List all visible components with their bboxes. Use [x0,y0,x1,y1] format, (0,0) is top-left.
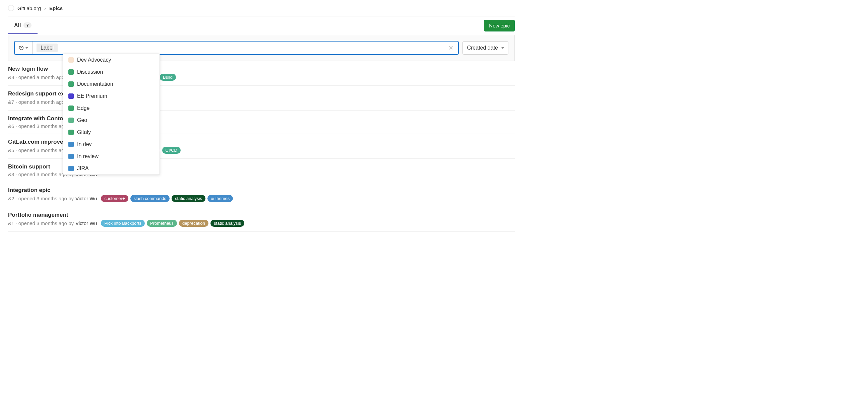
dropdown-item[interactable]: Discussion [63,66,159,78]
new-epic-button[interactable]: New epic [484,20,515,31]
label-pill[interactable]: CI/CD [162,147,181,154]
dropdown-item[interactable]: JIRA [63,162,159,174]
dropdown-item[interactable]: Edge [63,102,159,114]
epic-title[interactable]: Integration epic [8,187,515,194]
sort-label: Created date [467,45,498,51]
clear-filter-button[interactable]: ✕ [444,44,458,52]
label-pill[interactable]: Prometheus [147,220,177,227]
dropdown-item-label: In dev [77,141,92,148]
filter-input[interactable] [58,41,444,54]
epic-author[interactable]: Victor Wu [75,196,97,201]
breadcrumb-group[interactable]: GitLab.org [18,5,41,11]
label-color-swatch [68,166,74,171]
tabs-row: All 7 New epic [8,17,515,35]
label-color-swatch [68,82,74,87]
label-color-swatch [68,69,74,75]
label-pill[interactable]: Pick into Backports [101,220,145,227]
breadcrumb: GitLab.org › Epics [8,0,515,16]
dropdown-item-label: Edge [77,105,90,111]
search-history-button[interactable] [15,41,32,54]
label-color-swatch [68,93,74,99]
label-pill[interactable]: slash commands [130,195,170,202]
dropdown-item[interactable]: In review [63,150,159,162]
epic-meta: &1 · opened 3 months ago by Victor Wu [8,220,97,226]
filter-token-label[interactable]: Label [36,43,58,52]
dropdown-item-label: Geo [77,117,87,123]
chevron-right-icon: › [44,5,46,11]
label-color-swatch [68,154,74,159]
label-color-swatch [68,57,74,63]
dropdown-item-label: Discussion [77,69,103,75]
label-pill[interactable]: static analysis [211,220,244,227]
dropdown-item[interactable]: Geo [63,114,159,126]
filter-box[interactable]: Label ✕ [14,41,459,55]
label-color-swatch [68,130,74,135]
dropdown-item-label: JIRA [77,165,89,171]
chevron-down-icon [501,47,504,49]
label-dropdown: Dev AdvocacyDiscussionDocumentationEE Pr… [63,54,160,175]
epic-item: Portfolio management&1 · opened 3 months… [8,207,515,232]
history-icon [19,45,24,51]
epic-meta: &2 · opened 3 months ago by Victor Wu [8,196,97,201]
filter-row: Label ✕ Created date Dev AdvocacyDiscuss… [8,35,515,61]
dropdown-item-label: Gitaly [77,129,91,135]
dropdown-item[interactable]: In dev [63,138,159,150]
epic-item: Integration epic&2 · opened 3 months ago… [8,182,515,207]
epic-title[interactable]: Portfolio management [8,212,515,218]
dropdown-item[interactable]: EE Premium [63,90,159,102]
tab-count-badge: 7 [24,23,31,28]
label-pill[interactable]: customer+ [101,195,128,202]
dropdown-item-label: Dev Advocacy [77,57,111,63]
epic-author[interactable]: Victor Wu [75,220,97,226]
label-pill[interactable]: ui themes [208,195,233,202]
epic-labels: Pick into BackportsPrometheusdeprecation… [101,220,244,227]
dropdown-item[interactable]: Documentation [63,78,159,90]
dropdown-item[interactable]: Dev Advocacy [63,54,159,66]
label-pill[interactable]: static analysis [172,195,206,202]
dropdown-item[interactable]: Gitaly [63,126,159,138]
label-color-swatch [68,105,74,111]
dropdown-item-label: Documentation [77,81,113,87]
sort-dropdown[interactable]: Created date [463,41,508,55]
chevron-down-icon [26,47,28,49]
label-pill[interactable]: Build [159,74,176,81]
label-pill[interactable]: deprecation [179,220,209,227]
tab-label: All [14,23,21,29]
group-avatar [8,5,14,11]
epic-labels: customer+slash commandsstatic analysisui… [101,195,233,202]
label-color-swatch [68,142,74,147]
tab-all[interactable]: All 7 [8,18,37,34]
dropdown-item-label: EE Premium [77,93,107,99]
label-color-swatch [68,118,74,123]
breadcrumb-current: Epics [49,5,63,11]
dropdown-item-label: In review [77,153,98,159]
